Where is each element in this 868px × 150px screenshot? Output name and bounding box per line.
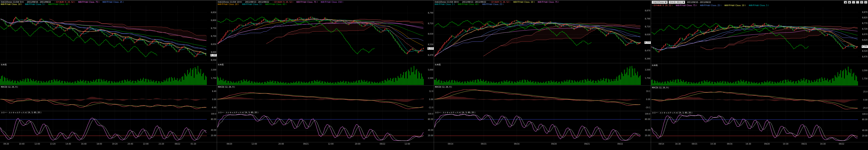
- price-tick-label: 8,390: [645, 58, 650, 60]
- macd-tick-label: -12.0: [428, 107, 433, 109]
- stoch-section-label: スロー・ストキャスティクス( 14, 3, 80, 20 ): [1, 111, 41, 114]
- time-axis-label: 09/15: [481, 143, 487, 145]
- last-price-label: 8,550: [645, 41, 651, 44]
- indicator-label: 移動平均線( Close, 5 ): [749, 4, 769, 6]
- macd-section-label: MACD( 12, 26, 9 ): [652, 87, 669, 89]
- price-tick-label: 8,870: [645, 9, 650, 12]
- trading-charts-app: 日経225mini 11/10( 5分) 日経225mini 11/10( 5分…: [0, 0, 868, 150]
- time-axis-label: 12:00: [404, 143, 410, 145]
- last-price-label: 8,560: [862, 46, 868, 48]
- panel-header: 日経225mini 11/10( 30分)2011/09/13 - 2011/0…: [434, 0, 651, 5]
- indicator-label: 移動平均線( Close, 20 ): [218, 3, 239, 5]
- volume-tick-label: 1,750: [211, 77, 216, 79]
- time-axis-label: 12:00: [252, 143, 257, 145]
- macd-tick-label: 0.00: [863, 99, 868, 101]
- scroll-right-button[interactable]: ▶: [848, 1, 851, 4]
- price-tick-label: 8,630: [645, 33, 650, 36]
- volume-section-label: 出来高: [435, 63, 441, 66]
- header-row-1: 日経225mini 11/10( 5分)2011/09/16 - 2011/09…: [1, 0, 216, 3]
- macd-tick-label: 8.40: [212, 90, 216, 92]
- macd-section-label: MACD( 12, 26, 9 ): [435, 86, 452, 88]
- stoch-tick-label: 40.00: [645, 129, 650, 131]
- scroll-left-button[interactable]: ◀: [844, 1, 847, 4]
- chart-panel-1: 日経225mini 11/10( 5分) 日経225mini 11/10( 5分…: [0, 0, 217, 150]
- price-tick-label: 8,770: [862, 22, 868, 24]
- macd-tick-label: 0.00: [429, 98, 433, 100]
- price-tick-label: 8,750: [211, 27, 216, 29]
- panel-toolbar: 日経225mini ▼日中足( 60分) ▼2011/09/10 - 2011/…: [652, 0, 867, 4]
- zoom-in-button[interactable]: ＋: [852, 1, 855, 4]
- indicator-label: 移動平均線( Close, 10 ): [724, 4, 746, 6]
- indicator-label: 移動平均線( Close, 40 ): [458, 3, 479, 5]
- price-tick-label: 8,710: [645, 26, 650, 28]
- panel-header: 日経225mini 11/10( 10分)2011/09/13 - 2011/0…: [217, 0, 434, 5]
- macd-tick-label: -19.1: [645, 107, 650, 109]
- time-axis-label: 10:30: [783, 143, 788, 145]
- time-axis-label: 16:30: [675, 143, 681, 145]
- chart-area[interactable]: 8,8508,8008,7508,7008,6508,6008,5508,580…: [0, 5, 217, 150]
- candlestick-chart-canvas[interactable]: [0, 5, 217, 150]
- macd-tick-label: 25.0: [863, 91, 868, 93]
- interval-select[interactable]: 日中足( 60分) ▼: [669, 1, 685, 4]
- price-tick-label: 8,520: [862, 50, 868, 52]
- indicator-label: 一目均衡表( 9, 26, 52 ): [54, 1, 75, 3]
- volume-tick-label: 1,750: [862, 78, 868, 80]
- indicator-label: 移動平均線( Close, 40 ): [265, 3, 286, 5]
- indicator-label: 移動平均線( Close, 25 ): [700, 4, 721, 6]
- indicator-label: 2011/09/13 - 2011/09/22: [245, 1, 269, 3]
- settings-button[interactable]: ⚙: [860, 1, 863, 4]
- stoch-tick-label: 40.00: [211, 129, 216, 131]
- chart-area[interactable]: 8,7908,7108,6308,5508,4708,5205,0002,500…: [217, 5, 434, 150]
- time-axis-label: 09/15: [692, 143, 697, 145]
- panel-header: 日経225mini ▼日中足( 60分) ▼2011/09/10 - 2011/…: [651, 0, 868, 6]
- volume-tick-label: 3,500: [645, 69, 650, 71]
- price-tick-label: 8,800: [211, 19, 216, 22]
- macd-tick-label: -8.40: [211, 107, 216, 109]
- indicator-label: 移動平均線( Close, 40 ): [48, 3, 69, 5]
- time-axis-label: 09/22: [380, 143, 385, 145]
- time-axis-label: 12:00: [35, 143, 40, 145]
- price-tick-label: 8,790: [645, 18, 650, 20]
- indicator-label: 移動平均線( Close, 25 ): [482, 3, 503, 5]
- date-range-label: 2011/09/10 - 2011/09/22: [687, 1, 711, 3]
- volume-tick-label: 5,000: [428, 69, 433, 71]
- stoch-tick-label: 100.0: [428, 113, 433, 115]
- zoom-out-button[interactable]: －: [856, 1, 859, 4]
- stoch-tick-label: 20.00: [428, 134, 433, 137]
- stoch-section-label: スロー・ストキャスティクス( 14, 3, 80, 20 ): [435, 111, 475, 114]
- macd-tick-label: 19.1: [646, 90, 650, 92]
- time-axis-label: 23:20: [158, 143, 164, 145]
- symbol-select[interactable]: 日経225mini ▼: [652, 1, 668, 4]
- stoch-tick-label: 20.00: [645, 134, 650, 137]
- price-tick-label: 8,550: [211, 59, 216, 61]
- volume-section-label: 出来高: [652, 64, 658, 66]
- stoch-tick-label: 20.00: [211, 134, 216, 137]
- candlestick-chart-canvas[interactable]: [434, 5, 651, 150]
- candlestick-chart-canvas[interactable]: [651, 6, 868, 150]
- price-tick-label: 8,670: [862, 33, 868, 35]
- candlestick-chart-canvas[interactable]: [217, 5, 434, 150]
- volume-tick-label: 3,500: [862, 69, 868, 71]
- chart-area[interactable]: 8,8708,7908,7108,6308,5508,4708,3908,550…: [434, 5, 651, 150]
- price-tick-label: 8,470: [428, 54, 433, 56]
- time-axis-label: 09/20: [764, 143, 770, 145]
- chart-area[interactable]: 8,8708,8208,7708,7208,6708,6208,5708,520…: [651, 6, 868, 150]
- time-axis-label: 09/22: [839, 143, 844, 145]
- indicator-label: 移動平均線( Close, 75 ): [78, 1, 99, 3]
- time-axis-label: 22:00: [143, 143, 149, 145]
- stoch-tick-label: 100.0: [645, 113, 650, 115]
- indicator-label: 移動平均線( Close, 5 ): [435, 3, 455, 5]
- chart-panel-3: 日経225mini 11/10( 30分) 日経225mini 11/10( 3…: [434, 0, 651, 150]
- price-tick-label: 8,470: [645, 50, 650, 52]
- time-axis-label: 09:20: [3, 143, 9, 145]
- time-axis-label: 09/14: [448, 143, 454, 145]
- indicator-label: 移動平均線( Close, 150 ): [321, 1, 343, 3]
- time-axis-label: 20:00: [278, 143, 284, 145]
- time-axis-label: 13:20: [50, 143, 56, 145]
- header-row-1: 日経225mini 11/10( 30分)2011/09/13 - 2011/0…: [435, 0, 650, 3]
- header-row-2: 移動平均線( Close, 10 )移動平均線( Close, 5 )移動平均線…: [1, 3, 216, 5]
- macd-tick-label: 0.00: [646, 98, 650, 100]
- time-axis-label: 12:00: [328, 143, 334, 145]
- close-button[interactable]: ✕: [864, 1, 867, 4]
- time-axis-label: 20:00: [355, 143, 361, 145]
